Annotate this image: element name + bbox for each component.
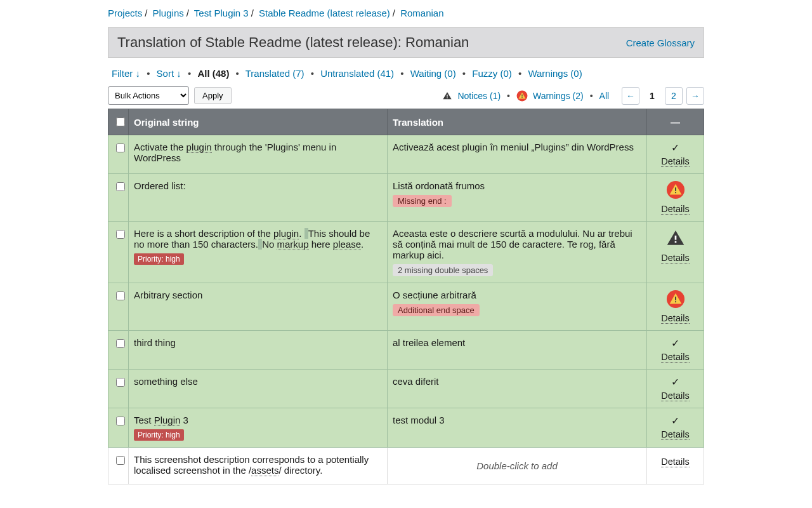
pager-next[interactable]: →	[686, 87, 704, 105]
row-checkbox[interactable]	[116, 456, 125, 465]
priority-badge: Priority: high	[134, 253, 184, 265]
row-checkbox[interactable]	[116, 144, 125, 152]
col-original: Original string	[129, 109, 388, 135]
warning-badge: Additional end space	[393, 304, 480, 316]
create-glossary-link[interactable]: Create Glossary	[626, 37, 695, 48]
sort-dropdown[interactable]: Sort ↓	[157, 68, 181, 79]
priority-badge: Priority: high	[134, 429, 184, 441]
original-string: third thing	[129, 331, 388, 370]
check-icon: ✓	[671, 377, 679, 387]
filter-dropdown[interactable]: Filter ↓	[112, 68, 140, 79]
warning-icon	[666, 190, 685, 201]
details-link[interactable]: Details	[661, 429, 689, 440]
original-string: Test Plugin 3 Priority: high	[129, 408, 388, 448]
row-checkbox[interactable]	[116, 182, 125, 191]
page-title: Translation of Stable Readme (latest rel…	[117, 34, 469, 51]
filter-waiting[interactable]: Waiting (0)	[410, 68, 456, 79]
notices-link[interactable]: Notices (1)	[457, 91, 501, 101]
table-row[interactable]: third thing al treilea element ✓ Details	[108, 331, 704, 370]
original-string: Ordered list:	[129, 174, 388, 222]
check-icon: ✓	[671, 338, 679, 349]
pager: ← 1 2 →	[622, 87, 704, 105]
filter-all[interactable]: All (48)	[197, 68, 229, 79]
pager-prev[interactable]: ←	[622, 87, 639, 105]
translation-empty[interactable]: Double-click to add	[388, 448, 647, 485]
pager-page-2[interactable]: 2	[665, 87, 683, 105]
legend-all[interactable]: All	[599, 91, 610, 101]
warning-icon	[666, 300, 685, 311]
status-cell: ✓ Details	[647, 135, 704, 174]
translation-string: ceva diferit	[388, 370, 647, 408]
details-link[interactable]: Details	[661, 352, 689, 363]
translation-string: O secțiune arbitrară Additional end spac…	[388, 283, 647, 331]
filter-bar: Filter ↓ • Sort ↓ • All (48) • Translate…	[108, 68, 704, 86]
original-string: something else	[129, 370, 388, 408]
table-row[interactable]: something else ceva diferit ✓ Details	[108, 370, 704, 408]
bulk-actions-select[interactable]: Bulk Actions	[108, 86, 189, 105]
original-string: This screenshot description corresponds …	[129, 448, 388, 485]
breadcrumb-romanian[interactable]: Romanian	[400, 8, 443, 18]
breadcrumb-plugins[interactable]: Plugins	[153, 8, 184, 18]
row-checkbox[interactable]	[116, 378, 125, 387]
details-link[interactable]: Details	[661, 156, 689, 167]
col-translation: Translation	[388, 109, 647, 135]
translation-string: Aceasta este o descriere scurtă a modulu…	[388, 222, 647, 283]
filter-warnings[interactable]: Warnings (0)	[528, 68, 582, 79]
table-row[interactable]: Here is a short description of the plugi…	[108, 222, 704, 283]
row-checkbox[interactable]	[116, 291, 125, 300]
original-string: Here is a short description of the plugi…	[129, 222, 388, 283]
col-status: —	[647, 109, 704, 135]
notice-icon	[442, 91, 452, 101]
title-bar: Translation of Stable Readme (latest rel…	[108, 27, 704, 58]
table-row[interactable]: Arbitrary section O secțiune arbitrară A…	[108, 283, 704, 331]
original-string: Activate the plugin through the 'Plugins…	[129, 135, 388, 174]
table-row[interactable]: Ordered list: Listă ordonată frumos Miss…	[108, 174, 704, 222]
filter-translated[interactable]: Translated (7)	[246, 68, 304, 79]
warnings-link[interactable]: Warnings (2)	[533, 91, 584, 101]
filter-untranslated[interactable]: Untranslated (41)	[320, 68, 394, 79]
table-row[interactable]: Test Plugin 3 Priority: high test modul …	[108, 408, 704, 448]
pager-current: 1	[643, 87, 661, 105]
details-link[interactable]: Details	[661, 457, 689, 467]
details-link[interactable]: Details	[661, 253, 689, 264]
translation-string: Activează acest plugin în meniul „Plugin…	[388, 135, 647, 174]
warning-icon	[516, 90, 528, 102]
original-string: Arbitrary section	[129, 283, 388, 331]
translation-string: Listă ordonată frumos Missing end :	[388, 174, 647, 222]
breadcrumb-stable-readme[interactable]: Stable Readme (latest release)	[259, 8, 390, 18]
check-icon: ✓	[671, 415, 679, 426]
notice-badge: 2 missing double spaces	[393, 264, 493, 276]
warning-badge: Missing end :	[393, 195, 452, 207]
select-all-checkbox[interactable]	[116, 117, 125, 126]
translation-string: al treilea element	[388, 331, 647, 370]
apply-button[interactable]: Apply	[194, 87, 232, 104]
check-icon: ✓	[671, 142, 679, 153]
breadcrumb-test-plugin[interactable]: Test Plugin 3	[194, 8, 249, 18]
breadcrumb-projects[interactable]: Projects	[108, 8, 142, 18]
row-checkbox[interactable]	[116, 230, 125, 239]
details-link[interactable]: Details	[661, 391, 689, 401]
notice-icon	[665, 239, 686, 250]
translation-string: test modul 3	[388, 408, 647, 448]
row-checkbox[interactable]	[116, 339, 125, 348]
row-checkbox[interactable]	[116, 417, 125, 425]
filter-fuzzy[interactable]: Fuzzy (0)	[472, 68, 512, 79]
details-link[interactable]: Details	[661, 313, 689, 324]
table-row[interactable]: Activate the plugin through the 'Plugins…	[108, 135, 704, 174]
table-row[interactable]: This screenshot description corresponds …	[108, 448, 704, 485]
breadcrumb: Projects/ Plugins/ Test Plugin 3/ Stable…	[108, 8, 704, 18]
translations-table: Original string Translation — Activate t…	[108, 109, 704, 485]
details-link[interactable]: Details	[661, 204, 689, 215]
